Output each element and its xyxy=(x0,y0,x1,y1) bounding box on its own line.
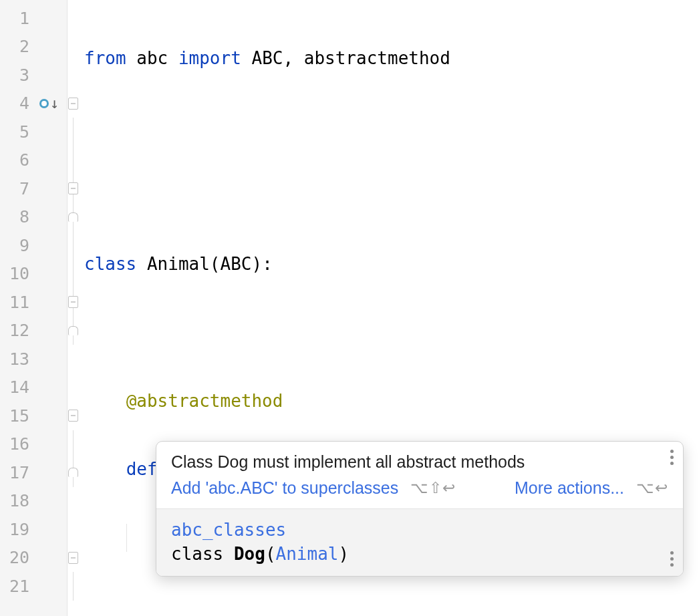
module-name: abc xyxy=(136,48,168,68)
popup-action-row: Add 'abc.ABC' to superclasses ⌥⇧↩ More a… xyxy=(171,478,668,498)
inspection-popup: Class Dog must implement all abstract me… xyxy=(156,441,684,577)
line-number[interactable]: 19 xyxy=(0,515,67,544)
line-number[interactable]: 11 xyxy=(0,288,67,317)
keyword: def xyxy=(126,459,158,479)
line-number[interactable]: 8 xyxy=(0,203,67,232)
line-number[interactable]: 15 xyxy=(0,402,67,430)
arrow-down-icon: ↓ xyxy=(50,96,59,111)
more-options-icon[interactable] xyxy=(670,450,674,465)
shortcut-hint: ⌥⇧↩ xyxy=(410,479,456,497)
code-line[interactable] xyxy=(83,181,699,210)
fold-column xyxy=(67,0,83,616)
line-number-text: 4 xyxy=(19,94,29,113)
line-number[interactable]: 6 xyxy=(0,146,67,175)
code-line[interactable]: @abstractmethod xyxy=(83,387,699,416)
fold-end-icon[interactable] xyxy=(68,212,78,222)
line-number[interactable]: 4 ↓ xyxy=(0,90,67,118)
fold-toggle-icon[interactable] xyxy=(68,182,78,194)
line-number[interactable]: 14 xyxy=(0,373,67,402)
line-number[interactable]: 9 xyxy=(0,231,67,260)
base-class: ABC xyxy=(221,254,252,274)
line-number[interactable]: 20 xyxy=(0,544,67,573)
line-number[interactable]: 13 xyxy=(0,345,67,373)
line-number[interactable]: 17 xyxy=(0,458,67,487)
fold-toggle-icon[interactable] xyxy=(68,296,78,308)
code-line[interactable]: class Animal(ABC): xyxy=(83,250,699,279)
code-line[interactable] xyxy=(83,318,699,347)
gutter: 1 2 3 4 ↓ 5 6 7 8 9 10 11 12 13 14 15 16… xyxy=(0,0,67,616)
override-circle-icon xyxy=(39,99,49,108)
keyword: class xyxy=(84,254,136,274)
inspection-message: Class Dog must implement all abstract me… xyxy=(171,452,668,472)
class-name: Animal xyxy=(147,254,210,274)
keyword: from xyxy=(84,48,126,68)
popup-doc[interactable]: abc_classes class Dog(Animal) xyxy=(156,509,683,576)
line-number[interactable]: 5 xyxy=(0,118,67,146)
more-actions-link[interactable]: More actions... xyxy=(515,478,624,498)
doc-class-name: Dog xyxy=(234,544,265,564)
line-number[interactable]: 10 xyxy=(0,260,67,289)
fold-toggle-icon[interactable] xyxy=(68,98,78,110)
doc-definition: class Dog(Animal) xyxy=(171,544,668,564)
fold-end-icon[interactable] xyxy=(68,326,78,335)
line-number[interactable]: 16 xyxy=(0,430,67,459)
line-number[interactable]: 21 xyxy=(0,572,67,601)
line-number[interactable]: 12 xyxy=(0,317,67,345)
code-line[interactable]: from abc import ABC, abstractmethod xyxy=(83,44,699,73)
fold-toggle-icon[interactable] xyxy=(68,552,78,564)
line-number[interactable]: 1 xyxy=(0,4,67,33)
fold-toggle-icon[interactable] xyxy=(68,410,78,422)
import-names: ABC, abstractmethod xyxy=(251,48,450,68)
code-line[interactable] xyxy=(83,592,699,616)
keyword: import xyxy=(178,48,241,68)
override-gutter-icon[interactable]: ↓ xyxy=(39,96,59,111)
line-number[interactable]: 18 xyxy=(0,487,67,516)
popup-header: Class Dog must implement all abstract me… xyxy=(156,442,683,508)
shortcut-hint: ⌥↩ xyxy=(636,479,668,497)
more-options-icon[interactable] xyxy=(670,551,674,567)
line-number[interactable]: 7 xyxy=(0,174,67,203)
doc-file-link[interactable]: abc_classes xyxy=(171,520,668,540)
fold-end-icon[interactable] xyxy=(68,468,78,477)
decorator: @abstractmethod xyxy=(126,391,283,411)
line-number[interactable]: 3 xyxy=(0,61,67,90)
code-line[interactable] xyxy=(83,113,699,142)
line-number[interactable]: 2 xyxy=(0,33,67,61)
quickfix-add-abc[interactable]: Add 'abc.ABC' to superclasses xyxy=(171,478,398,498)
doc-base-class[interactable]: Animal xyxy=(276,544,339,564)
